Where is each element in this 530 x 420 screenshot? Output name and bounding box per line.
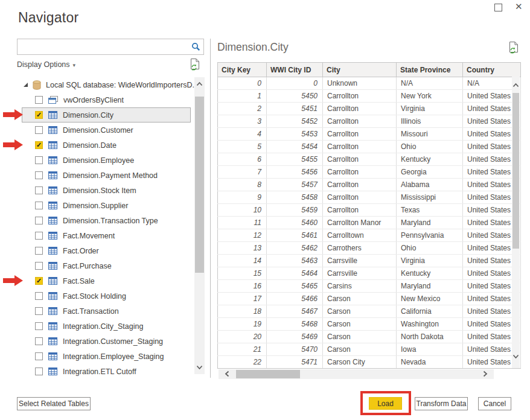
table-cell: 8 [218, 179, 267, 191]
scroll-left-icon[interactable] [224, 371, 231, 377]
tree-item[interactable]: Integration.ETL Cutoff [22, 364, 191, 379]
item-checkbox[interactable] [35, 292, 43, 300]
item-checkbox[interactable] [35, 126, 43, 134]
table-cell: 5462 [267, 242, 323, 255]
column-header: State Province [397, 63, 463, 77]
table-vertical-scrollbar[interactable] [512, 77, 520, 368]
tree-scrollbar-thumb[interactable] [195, 97, 204, 273]
navigator-dialog: Navigator ✕ Display Options▾ Local SQL d… [0, 0, 530, 420]
tree-item[interactable]: Fact.Purchase [22, 258, 191, 273]
table-row: 155464CarrsvilleKentuckyUnited States [218, 267, 521, 280]
tree-item[interactable]: Dimension.Employee [22, 153, 191, 168]
item-checkbox[interactable] [35, 307, 43, 315]
tree-item[interactable]: Dimension.Payment Method [22, 168, 191, 183]
item-checkbox[interactable] [35, 247, 43, 255]
item-checkbox[interactable] [35, 186, 43, 194]
table-icon [48, 141, 57, 149]
scroll-down-icon[interactable] [512, 353, 519, 360]
item-checkbox[interactable] [35, 217, 43, 224]
item-checkbox[interactable] [35, 232, 43, 240]
table-row: 115460Carrollton ManorMarylandUnited Sta… [218, 217, 521, 229]
tree-item[interactable]: Integration.City_Staging [22, 319, 191, 334]
item-checkbox[interactable]: ✓ [35, 111, 43, 119]
table-cell: 5450 [267, 90, 323, 103]
item-checkbox[interactable]: ✓ [35, 141, 43, 149]
table-cell: Mississippi [397, 191, 463, 204]
table-cell: Missouri [397, 128, 463, 141]
tree-item-label: Dimension.Employee [63, 156, 134, 165]
tree-item-label: Fact.Order [63, 247, 99, 255]
item-checkbox[interactable] [35, 352, 43, 360]
search-input[interactable] [18, 39, 188, 54]
tree-scrollbar[interactable] [194, 77, 205, 374]
table-vscroll-thumb[interactable] [512, 93, 519, 249]
table-cell: 1 [218, 90, 267, 103]
table-cell: 5468 [267, 318, 323, 331]
table-horizontal-scrollbar[interactable] [219, 369, 494, 379]
table-cell: Maryland [397, 280, 463, 293]
item-checkbox[interactable] [35, 322, 43, 330]
tree-item[interactable]: Dimension.Stock Item [22, 183, 191, 198]
item-checkbox[interactable] [35, 96, 43, 104]
pane-separator [210, 39, 211, 378]
load-button[interactable]: Load [369, 397, 402, 410]
close-icon[interactable]: ✕ [515, 1, 523, 12]
scroll-down-icon[interactable] [196, 364, 203, 371]
tree-item[interactable]: Integration.Customer_Staging [22, 334, 191, 349]
tree-item[interactable]: ✓Dimension.City [22, 107, 191, 122]
item-checkbox[interactable] [35, 368, 43, 375]
tree-item[interactable]: Dimension.Customer [22, 122, 191, 138]
display-options-label: Display Options [17, 60, 70, 69]
select-related-tables-button[interactable]: Select Related Tables [17, 397, 91, 410]
tree-item[interactable]: ✓Dimension.Date [22, 138, 191, 153]
table-row: 185467CarsonCaliforniaUnited States [218, 305, 521, 318]
scroll-up-icon[interactable] [196, 81, 203, 88]
item-checkbox[interactable]: ✓ [35, 277, 43, 285]
table-cell: 5457 [267, 179, 323, 191]
search-icon[interactable] [188, 39, 203, 54]
table-row: 175466CarsonNew MexicoUnited States [218, 293, 521, 305]
expand-triangle-icon[interactable] [23, 82, 28, 88]
tree-item[interactable]: ✓Fact.Sale [22, 273, 191, 288]
table-icon [48, 171, 57, 179]
tree-item-label: Fact.Purchase [63, 262, 112, 270]
scroll-up-icon[interactable] [512, 82, 519, 89]
refresh-preview-icon[interactable] [509, 41, 519, 57]
table-icon [48, 232, 57, 240]
tree-item-label: Dimension.Customer [63, 126, 133, 135]
tree-item[interactable]: vwOrdersByClient [22, 92, 191, 107]
table-cell: 5451 [267, 103, 323, 115]
tree-item[interactable]: Integration.Employee_Staging [22, 349, 191, 364]
table-row: 145463CarrsvilleVirginiaUnited States [218, 255, 521, 267]
item-checkbox[interactable] [35, 337, 43, 345]
table-cell: Carson [323, 318, 397, 331]
item-checkbox[interactable] [35, 202, 43, 209]
item-checkbox[interactable] [35, 156, 43, 164]
table-cell: Carson [323, 305, 397, 318]
table-cell: California [397, 305, 463, 318]
tree-item[interactable]: Fact.Stock Holding [22, 288, 191, 304]
table-cell: 5469 [267, 331, 323, 343]
table-cell: 21 [218, 343, 267, 356]
table-cell: 3 [218, 115, 267, 128]
tree-item[interactable]: Dimension.Transaction Type [22, 213, 191, 228]
cancel-button[interactable]: Cancel [478, 397, 511, 410]
scroll-right-icon[interactable] [482, 371, 488, 377]
table-icon [48, 202, 57, 209]
item-checkbox[interactable] [35, 262, 43, 270]
database-label: Local SQL database: WideWorldImportersD.… [46, 81, 199, 89]
tree-root-database[interactable]: Local SQL database: WideWorldImportersD.… [23, 77, 199, 92]
tree-item[interactable]: Dimension.Supplier [22, 198, 191, 213]
transform-data-button[interactable]: Transform Data [415, 397, 468, 410]
tree-item[interactable]: Fact.Transaction [22, 304, 191, 319]
tree-item[interactable]: Fact.Movement [22, 228, 191, 243]
table-cell: 7 [218, 166, 267, 179]
maximize-icon[interactable] [494, 4, 502, 11]
refresh-icon[interactable] [190, 58, 200, 74]
table-hscroll-thumb[interactable] [236, 370, 300, 378]
item-checkbox[interactable] [35, 171, 43, 179]
table-cell: Carrollton [323, 115, 397, 128]
table-cell: Carrollton [323, 179, 397, 191]
display-options-dropdown[interactable]: Display Options▾ [17, 60, 75, 69]
tree-item[interactable]: Fact.Order [22, 243, 191, 258]
